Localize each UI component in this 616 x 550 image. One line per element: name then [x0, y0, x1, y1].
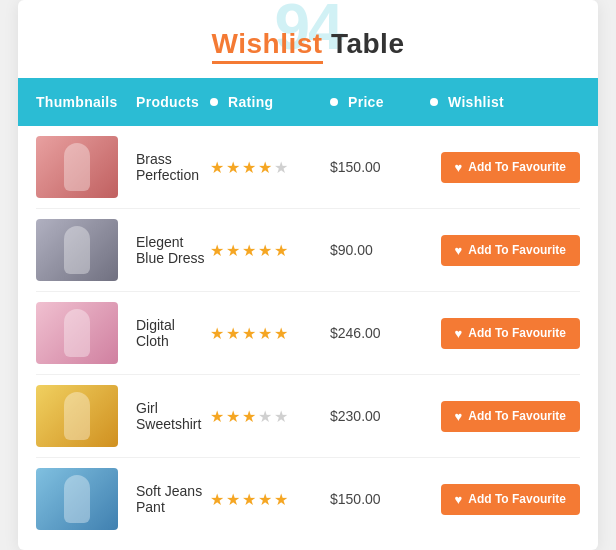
star-1: ★ [210, 407, 224, 426]
product-price: $246.00 [330, 325, 430, 341]
product-thumbnail [36, 468, 118, 530]
heart-icon: ♥ [455, 409, 463, 424]
table-row: Elegent Blue Dress ★★★★★ $90.00 ♥ Add To… [36, 209, 580, 292]
add-to-favourite-button[interactable]: ♥ Add To Favourite [441, 401, 581, 432]
star-rating: ★★★★★ [210, 324, 330, 343]
col-header-price: Price [330, 94, 430, 110]
star-2: ★ [226, 158, 240, 177]
table-row: Brass Perfection ★★★★★ $150.00 ♥ Add To … [36, 126, 580, 209]
star-4: ★ [258, 490, 272, 509]
star-5: ★ [274, 490, 288, 509]
product-thumbnail [36, 219, 118, 281]
col-header-rating: Rating [210, 94, 330, 110]
star-1: ★ [210, 158, 224, 177]
wishlist-dot [430, 98, 438, 106]
star-5: ★ [274, 158, 288, 177]
star-1: ★ [210, 324, 224, 343]
star-rating: ★★★★★ [210, 158, 330, 177]
star-4: ★ [258, 324, 272, 343]
title-wishlist-word: Wishlist [212, 28, 323, 64]
star-rating: ★★★★★ [210, 490, 330, 509]
thumbnail-figure [64, 392, 90, 440]
title-table-word: Table [331, 28, 405, 59]
table-row: Digital Cloth ★★★★★ $246.00 ♥ Add To Fav… [36, 292, 580, 375]
thumbnail-figure [64, 309, 90, 357]
thumbnail-figure [64, 475, 90, 523]
star-3: ★ [242, 158, 256, 177]
star-5: ★ [274, 324, 288, 343]
product-price: $230.00 [330, 408, 430, 424]
thumbnail-figure [64, 143, 90, 191]
wishlist-table-container: 94 Wishlist Table Thumbnails Products Ra… [18, 0, 598, 550]
star-1: ★ [210, 241, 224, 260]
star-2: ★ [226, 324, 240, 343]
col-header-thumbnails: Thumbnails [36, 93, 136, 111]
star-2: ★ [226, 490, 240, 509]
product-name: Soft Jeans Pant [136, 483, 210, 515]
heart-icon: ♥ [455, 243, 463, 258]
add-to-favourite-button[interactable]: ♥ Add To Favourite [441, 152, 581, 183]
wishlist-cell: ♥ Add To Favourite [430, 235, 580, 266]
add-to-favourite-button[interactable]: ♥ Add To Favourite [441, 318, 581, 349]
product-price: $150.00 [330, 159, 430, 175]
add-to-favourite-button[interactable]: ♥ Add To Favourite [441, 235, 581, 266]
product-price: $150.00 [330, 491, 430, 507]
product-price: $90.00 [330, 242, 430, 258]
star-3: ★ [242, 407, 256, 426]
table-body: Brass Perfection ★★★★★ $150.00 ♥ Add To … [18, 126, 598, 540]
table-row: Soft Jeans Pant ★★★★★ $150.00 ♥ Add To F… [36, 458, 580, 540]
star-3: ★ [242, 490, 256, 509]
product-thumbnail [36, 302, 118, 364]
star-1: ★ [210, 490, 224, 509]
col-header-products: Products [136, 93, 210, 111]
star-3: ★ [242, 324, 256, 343]
star-rating: ★★★★★ [210, 407, 330, 426]
star-4: ★ [258, 241, 272, 260]
price-dot [330, 98, 338, 106]
product-name: Girl Sweetshirt [136, 400, 210, 432]
star-5: ★ [274, 241, 288, 260]
page-title: Wishlist Table [212, 28, 405, 60]
btn-label: Add To Favourite [468, 160, 566, 174]
star-5: ★ [274, 407, 288, 426]
product-thumbnail [36, 385, 118, 447]
product-name: Digital Cloth [136, 317, 210, 349]
wishlist-cell: ♥ Add To Favourite [430, 484, 580, 515]
wishlist-cell: ♥ Add To Favourite [430, 401, 580, 432]
btn-label: Add To Favourite [468, 326, 566, 340]
table-row: Girl Sweetshirt ★★★★★ $230.00 ♥ Add To F… [36, 375, 580, 458]
star-3: ★ [242, 241, 256, 260]
wishlist-cell: ♥ Add To Favourite [430, 318, 580, 349]
star-2: ★ [226, 407, 240, 426]
product-thumbnail [36, 136, 118, 198]
add-to-favourite-button[interactable]: ♥ Add To Favourite [441, 484, 581, 515]
table-header: Thumbnails Products Rating Price Wishlis… [18, 78, 598, 126]
star-rating: ★★★★★ [210, 241, 330, 260]
heart-icon: ♥ [455, 160, 463, 175]
wishlist-cell: ♥ Add To Favourite [430, 152, 580, 183]
btn-label: Add To Favourite [468, 409, 566, 423]
thumbnail-figure [64, 226, 90, 274]
title-area: 94 Wishlist Table [18, 0, 598, 78]
star-2: ★ [226, 241, 240, 260]
product-name: Elegent Blue Dress [136, 234, 210, 266]
star-4: ★ [258, 407, 272, 426]
btn-label: Add To Favourite [468, 243, 566, 257]
col-header-wishlist: Wishlist [430, 94, 580, 110]
product-name: Brass Perfection [136, 151, 210, 183]
heart-icon: ♥ [455, 326, 463, 341]
star-4: ★ [258, 158, 272, 177]
btn-label: Add To Favourite [468, 492, 566, 506]
heart-icon: ♥ [455, 492, 463, 507]
rating-dot [210, 98, 218, 106]
